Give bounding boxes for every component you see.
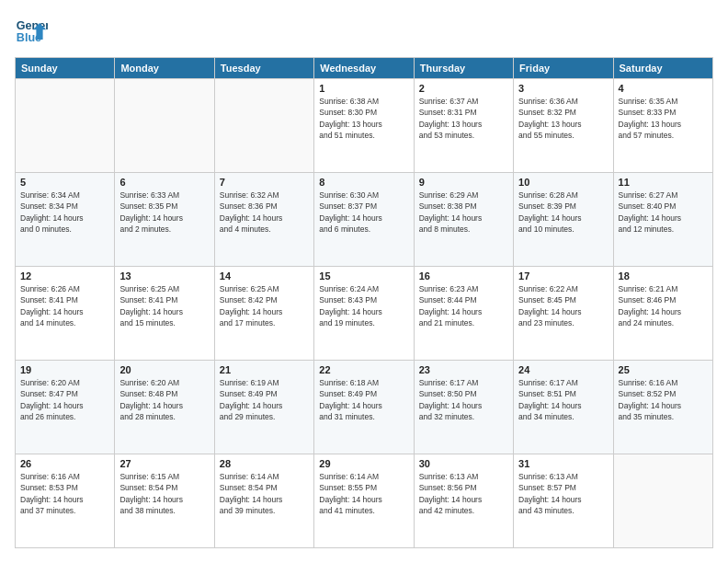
calendar-row: 5Sunrise: 6:34 AMSunset: 8:34 PMDaylight… [16,173,713,267]
day-info: Sunrise: 6:23 AMSunset: 8:44 PMDaylight:… [419,283,508,328]
day-number: 24 [518,364,608,375]
calendar-cell: 27Sunrise: 6:15 AMSunset: 8:54 PMDayligh… [115,454,214,548]
day-info: Sunrise: 6:30 AMSunset: 8:37 PMDaylight:… [319,190,408,235]
calendar-cell [214,79,313,173]
day-number: 20 [119,364,209,375]
calendar-cell: 3Sunrise: 6:36 AMSunset: 8:32 PMDaylight… [514,79,613,173]
day-number: 30 [419,458,508,469]
day-info: Sunrise: 6:29 AMSunset: 8:38 PMDaylight:… [419,190,508,235]
day-number: 9 [419,177,508,188]
calendar-cell: 26Sunrise: 6:16 AMSunset: 8:53 PMDayligh… [16,454,115,548]
calendar-cell: 12Sunrise: 6:26 AMSunset: 8:41 PMDayligh… [16,267,115,361]
day-number: 3 [518,83,608,94]
day-number: 13 [119,270,209,282]
day-number: 17 [518,270,608,282]
day-number: 19 [20,364,109,375]
day-info: Sunrise: 6:28 AMSunset: 8:39 PMDaylight:… [518,190,608,235]
logo: General Blue [15,15,48,48]
day-number: 18 [619,270,708,282]
weekday-header: Tuesday [214,58,313,79]
day-info: Sunrise: 6:26 AMSunset: 8:41 PMDaylight:… [20,283,109,328]
day-number: 31 [518,458,608,469]
calendar-cell: 2Sunrise: 6:37 AMSunset: 8:31 PMDaylight… [414,79,513,173]
calendar-cell [613,454,712,548]
day-info: Sunrise: 6:24 AMSunset: 8:43 PMDaylight:… [319,283,408,328]
day-number: 23 [419,364,508,375]
day-info: Sunrise: 6:20 AMSunset: 8:48 PMDaylight:… [119,377,209,422]
day-number: 11 [619,177,708,188]
day-info: Sunrise: 6:17 AMSunset: 8:50 PMDaylight:… [419,377,508,422]
day-number: 5 [20,177,109,188]
calendar-cell: 17Sunrise: 6:22 AMSunset: 8:45 PMDayligh… [514,267,613,361]
day-number: 6 [119,177,209,188]
calendar-cell: 24Sunrise: 6:17 AMSunset: 8:51 PMDayligh… [514,361,613,454]
logo-icon: General Blue [15,15,48,48]
calendar-cell: 15Sunrise: 6:24 AMSunset: 8:43 PMDayligh… [314,267,414,361]
day-info: Sunrise: 6:38 AMSunset: 8:30 PMDaylight:… [319,96,408,141]
calendar-cell: 8Sunrise: 6:30 AMSunset: 8:37 PMDaylight… [314,173,414,267]
day-info: Sunrise: 6:15 AMSunset: 8:54 PMDaylight:… [119,471,209,516]
day-info: Sunrise: 6:22 AMSunset: 8:45 PMDaylight:… [518,283,608,328]
calendar-cell: 19Sunrise: 6:20 AMSunset: 8:47 PMDayligh… [16,361,115,454]
day-number: 7 [220,177,309,188]
calendar-cell: 22Sunrise: 6:18 AMSunset: 8:49 PMDayligh… [314,361,414,454]
calendar-table: SundayMondayTuesdayWednesdayThursdayFrid… [15,57,713,548]
day-number: 22 [319,364,408,375]
day-info: Sunrise: 6:34 AMSunset: 8:34 PMDaylight:… [20,190,109,235]
calendar-cell: 4Sunrise: 6:35 AMSunset: 8:33 PMDaylight… [613,79,712,173]
day-info: Sunrise: 6:14 AMSunset: 8:54 PMDaylight:… [220,471,309,516]
weekday-header: Friday [514,58,613,79]
calendar-cell: 31Sunrise: 6:13 AMSunset: 8:57 PMDayligh… [514,454,613,548]
calendar-cell: 9Sunrise: 6:29 AMSunset: 8:38 PMDaylight… [414,173,513,267]
calendar-cell [16,79,115,173]
day-info: Sunrise: 6:19 AMSunset: 8:49 PMDaylight:… [220,377,309,422]
day-info: Sunrise: 6:32 AMSunset: 8:36 PMDaylight:… [220,190,309,235]
weekday-header: Sunday [16,58,115,79]
calendar-cell: 14Sunrise: 6:25 AMSunset: 8:42 PMDayligh… [214,267,313,361]
weekday-header: Saturday [613,58,712,79]
day-number: 4 [619,83,708,94]
calendar-cell: 1Sunrise: 6:38 AMSunset: 8:30 PMDaylight… [314,79,414,173]
weekday-header: Wednesday [314,58,414,79]
calendar-cell: 11Sunrise: 6:27 AMSunset: 8:40 PMDayligh… [613,173,712,267]
day-number: 28 [220,458,309,469]
day-info: Sunrise: 6:37 AMSunset: 8:31 PMDaylight:… [419,96,508,141]
calendar-body: 1Sunrise: 6:38 AMSunset: 8:30 PMDaylight… [16,79,713,548]
calendar-cell: 18Sunrise: 6:21 AMSunset: 8:46 PMDayligh… [613,267,712,361]
day-info: Sunrise: 6:27 AMSunset: 8:40 PMDaylight:… [619,190,708,235]
calendar-cell: 21Sunrise: 6:19 AMSunset: 8:49 PMDayligh… [214,361,313,454]
calendar-row: 1Sunrise: 6:38 AMSunset: 8:30 PMDaylight… [16,79,713,173]
day-info: Sunrise: 6:25 AMSunset: 8:41 PMDaylight:… [119,283,209,328]
calendar-cell: 7Sunrise: 6:32 AMSunset: 8:36 PMDaylight… [214,173,313,267]
day-info: Sunrise: 6:33 AMSunset: 8:35 PMDaylight:… [119,190,209,235]
day-number: 27 [119,458,209,469]
day-number: 12 [20,270,109,282]
calendar-cell: 20Sunrise: 6:20 AMSunset: 8:48 PMDayligh… [115,361,214,454]
day-number: 26 [20,458,109,469]
day-info: Sunrise: 6:21 AMSunset: 8:46 PMDaylight:… [619,283,708,328]
header: General Blue [15,15,713,48]
day-info: Sunrise: 6:13 AMSunset: 8:57 PMDaylight:… [518,471,608,516]
day-info: Sunrise: 6:25 AMSunset: 8:42 PMDaylight:… [220,283,309,328]
day-info: Sunrise: 6:16 AMSunset: 8:53 PMDaylight:… [20,471,109,516]
day-number: 29 [319,458,408,469]
day-number: 2 [419,83,508,94]
day-info: Sunrise: 6:18 AMSunset: 8:49 PMDaylight:… [319,377,408,422]
calendar-cell: 16Sunrise: 6:23 AMSunset: 8:44 PMDayligh… [414,267,513,361]
calendar-row: 19Sunrise: 6:20 AMSunset: 8:47 PMDayligh… [16,361,713,454]
calendar-cell: 10Sunrise: 6:28 AMSunset: 8:39 PMDayligh… [514,173,613,267]
calendar-cell: 25Sunrise: 6:16 AMSunset: 8:52 PMDayligh… [613,361,712,454]
weekday-header: Monday [115,58,214,79]
day-number: 14 [220,270,309,282]
day-info: Sunrise: 6:14 AMSunset: 8:55 PMDaylight:… [319,471,408,516]
calendar-cell: 13Sunrise: 6:25 AMSunset: 8:41 PMDayligh… [115,267,214,361]
calendar-cell: 28Sunrise: 6:14 AMSunset: 8:54 PMDayligh… [214,454,313,548]
day-info: Sunrise: 6:16 AMSunset: 8:52 PMDaylight:… [619,377,708,422]
calendar-row: 12Sunrise: 6:26 AMSunset: 8:41 PMDayligh… [16,267,713,361]
calendar-cell: 30Sunrise: 6:13 AMSunset: 8:56 PMDayligh… [414,454,513,548]
calendar-header-row: SundayMondayTuesdayWednesdayThursdayFrid… [16,58,713,79]
calendar-cell: 29Sunrise: 6:14 AMSunset: 8:55 PMDayligh… [314,454,414,548]
calendar-cell: 23Sunrise: 6:17 AMSunset: 8:50 PMDayligh… [414,361,513,454]
day-info: Sunrise: 6:36 AMSunset: 8:32 PMDaylight:… [518,96,608,141]
calendar-cell: 5Sunrise: 6:34 AMSunset: 8:34 PMDaylight… [16,173,115,267]
